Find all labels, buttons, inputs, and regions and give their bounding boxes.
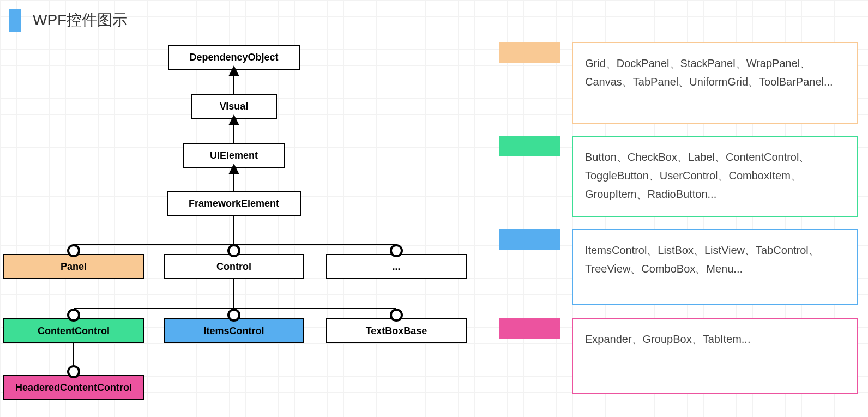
- legend-box-green: Button、CheckBox、Label、ContentControl、Tog…: [572, 136, 858, 217]
- legend-box-pink: Expander、GroupBox、TabItem...: [572, 318, 858, 394]
- legend-swatch-blue: [499, 229, 560, 250]
- node-items-control: ItemsControl: [164, 318, 304, 343]
- legend-box-orange: Grid、DockPanel、StackPanel、WrapPanel、Canv…: [572, 42, 858, 124]
- node-uielement: UIElement: [183, 143, 285, 168]
- legend-swatch-green: [499, 136, 560, 156]
- node-framework-element: FrameworkElement: [167, 191, 301, 216]
- node-content-control: ContentControl: [3, 318, 144, 343]
- node-ellipsis: ...: [326, 254, 467, 279]
- node-visual: Visual: [191, 94, 277, 119]
- node-panel: Panel: [3, 254, 144, 279]
- title-accent-bar: [9, 9, 21, 32]
- legend-swatch-pink: [499, 318, 560, 339]
- node-dependency-object: DependencyObject: [168, 45, 300, 70]
- node-textbox-base: TextBoxBase: [326, 318, 467, 343]
- page-title: WPF控件图示: [33, 10, 128, 31]
- node-headered-content-control: HeaderedContentControl: [3, 375, 144, 400]
- legend-swatch-orange: [499, 42, 560, 63]
- legend-box-blue: ItemsControl、ListBox、ListView、TabControl…: [572, 229, 858, 305]
- node-control: Control: [164, 254, 304, 279]
- page-title-row: WPF控件图示: [9, 9, 128, 32]
